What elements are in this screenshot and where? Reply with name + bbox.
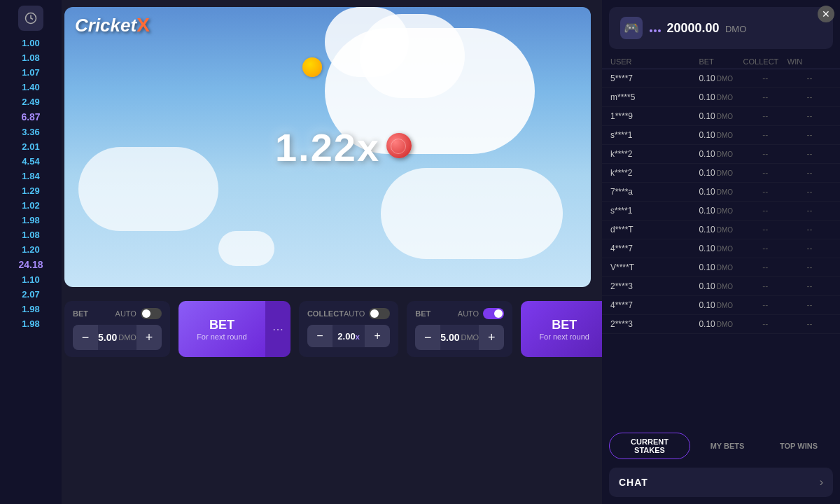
stakes-bet: 0.10 DMO	[699, 149, 743, 159]
multiplier-item: 24.18	[6, 258, 55, 272]
collect-decrease-1[interactable]: −	[307, 325, 332, 347]
stakes-collect: --	[743, 319, 788, 329]
tabs-area: CURRENT STAKES MY BETS TOP WINS	[602, 427, 840, 465]
tab-current-stakes[interactable]: CURRENT STAKES	[609, 433, 690, 459]
stakes-collect: --	[743, 168, 788, 178]
stakes-user: 2****3	[610, 319, 699, 329]
multiplier-item: 1.84	[6, 169, 55, 183]
auto-switch-2[interactable]	[483, 308, 504, 319]
collect-value-1[interactable]: 2.00x	[332, 331, 365, 342]
bet-top-row-1: BET AUTO	[73, 308, 162, 319]
stakes-win: --	[788, 319, 832, 329]
table-row: 5****7 0.10 DMO -- --	[602, 69, 840, 88]
stakes-bet: 0.10 DMO	[699, 74, 743, 83]
cloud-decoration	[218, 231, 274, 266]
stakes-collect: --	[743, 206, 788, 216]
bet-top-row-2: BET AUTO	[415, 308, 504, 319]
table-row: V****T 0.10 DMO -- --	[602, 258, 840, 277]
table-row: d****T 0.10 DMO -- --	[602, 220, 840, 239]
left-sidebar: 1.001.081.071.402.496.873.362.014.541.84…	[0, 0, 62, 504]
stakes-win: --	[788, 92, 832, 102]
table-row: 4****7 0.10 DMO -- --	[602, 239, 840, 258]
bet-panel-2: BET AUTO − 5.00 DMO +	[407, 301, 512, 357]
multiplier-item: 1.20	[6, 243, 55, 256]
stakes-user: k****2	[610, 168, 699, 178]
tab-top-wins[interactable]: TOP WINS	[764, 433, 833, 459]
stakes-collect: --	[743, 300, 788, 310]
history-icon[interactable]	[18, 6, 43, 31]
stakes-bet: 0.10 DMO	[699, 225, 743, 234]
bet-increase-2[interactable]: +	[479, 325, 504, 350]
bet-value-2[interactable]: 5.00	[440, 332, 459, 343]
bet-decrease-2[interactable]: −	[415, 325, 440, 350]
bet-side-arrow-1[interactable]: ⋯	[265, 301, 290, 357]
col-win: WIN	[788, 57, 832, 66]
stakes-collect: --	[743, 281, 788, 291]
collect-switch-1[interactable]	[369, 308, 390, 319]
multiplier-item: 2.07	[6, 288, 55, 301]
close-button[interactable]: ✕	[818, 6, 834, 22]
multiplier-item: 4.54	[6, 155, 55, 168]
stakes-win: --	[788, 206, 832, 216]
stakes-user: 4****7	[610, 244, 699, 253]
table-row: s****1 0.10 DMO -- --	[602, 202, 840, 220]
stakes-user: m****5	[610, 92, 699, 102]
stakes-collect: --	[743, 225, 788, 234]
multiplier-item: 2.49	[6, 95, 55, 108]
cloud-decoration	[78, 147, 218, 231]
stakes-win: --	[788, 281, 832, 291]
table-row: m****5 0.10 DMO -- --	[602, 88, 840, 107]
bet-value-1[interactable]: 5.00	[98, 332, 117, 343]
bet-decrease-1[interactable]: −	[73, 325, 98, 350]
multiplier-item: 6.87	[6, 110, 55, 124]
multiplier-item: 1.10	[6, 273, 55, 286]
balance-currency: DMO	[725, 24, 746, 34]
chat-arrow-icon: ›	[820, 476, 823, 489]
multiplier-item: 1.98	[6, 317, 55, 330]
bet-button-2[interactable]: BET For next round	[521, 301, 608, 357]
chat-label: CHAT	[619, 477, 820, 488]
bet-button-1[interactable]: BET For next round	[178, 301, 265, 357]
stakes-win: --	[788, 111, 832, 121]
stakes-body: 5****7 0.10 DMO -- -- m****5 0.10 DMO --…	[602, 69, 840, 427]
stakes-bet: 0.10 DMO	[699, 111, 743, 121]
multiplier-item: 1.40	[6, 80, 55, 94]
multiplier-list: 1.001.081.071.402.496.873.362.014.541.84…	[6, 36, 55, 504]
stakes-header: USER BET COLLECT WIN	[602, 55, 840, 69]
stakes-bet: 0.10 DMO	[699, 187, 743, 197]
bet-input-row-2: − 5.00 DMO +	[415, 325, 504, 350]
controls-area: BET AUTO − 5.00 DMO + BET For next round	[62, 293, 594, 365]
stakes-win: --	[788, 262, 832, 272]
stakes-win: --	[788, 225, 832, 234]
multiplier-item: 3.36	[6, 125, 55, 139]
auto-switch-1[interactable]	[141, 308, 162, 319]
table-row: 7****a 0.10 DMO -- --	[602, 183, 840, 202]
multiplier-item: 2.01	[6, 140, 55, 153]
multiplier-item: 1.98	[6, 214, 55, 227]
bet-increase-1[interactable]: +	[136, 325, 162, 350]
stakes-user: d****T	[610, 225, 699, 234]
stakes-win: --	[788, 244, 832, 253]
collect-auto-toggle-1: AUTO	[344, 308, 390, 319]
stakes-table: USER BET COLLECT WIN 5****7 0.10 DMO -- …	[602, 55, 840, 427]
stakes-bet: 0.10 DMO	[699, 300, 743, 310]
multiplier-item: 1.29	[6, 184, 55, 197]
collect-increase-1[interactable]: +	[365, 325, 390, 347]
stakes-collect: --	[743, 74, 788, 83]
stakes-win: --	[788, 149, 832, 159]
multiplier-item: 1.02	[6, 199, 55, 212]
multiplier-item: 1.08	[6, 51, 55, 64]
collect-top-row-1: COLLECT AUTO	[307, 308, 390, 319]
stakes-collect: --	[743, 187, 788, 197]
stakes-user: 7****a	[610, 187, 699, 197]
tab-my-bets[interactable]: MY BETS	[693, 433, 762, 459]
chat-area[interactable]: CHAT ›	[609, 468, 833, 497]
stakes-bet: 0.10 DMO	[699, 206, 743, 216]
stakes-bet: 0.10 DMO	[699, 92, 743, 102]
auto-toggle-2: AUTO	[458, 308, 504, 319]
game-canvas: CricketX 1.22x	[64, 7, 591, 287]
stakes-user: 5****7	[610, 74, 699, 83]
stakes-user: 2****3	[610, 281, 699, 291]
bet-panel-1: BET AUTO − 5.00 DMO +	[64, 301, 170, 357]
stakes-collect: --	[743, 111, 788, 121]
